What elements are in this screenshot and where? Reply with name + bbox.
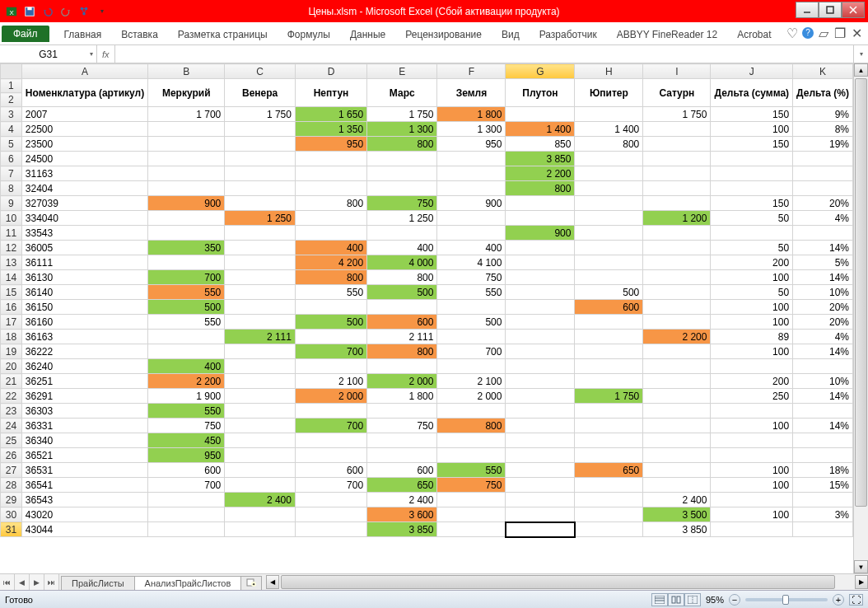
sheet-tab-1[interactable]: АнализПрайсЛистов (134, 576, 242, 590)
cell-A26[interactable]: 36521 (21, 448, 147, 463)
cell-G14[interactable] (506, 270, 575, 285)
cell-K7[interactable] (793, 166, 853, 181)
cell-J8[interactable] (711, 181, 793, 196)
cell-K8[interactable] (793, 181, 853, 196)
cell-K10[interactable]: 4% (793, 211, 853, 226)
cell-K13[interactable]: 5% (793, 255, 853, 270)
header-cell-1[interactable]: Меркурий (148, 79, 225, 107)
cell-K29[interactable] (793, 493, 853, 507)
cell-J13[interactable]: 200 (711, 255, 793, 270)
ribbon-tab-0[interactable]: Главная (54, 26, 112, 43)
cell-A22[interactable]: 36291 (21, 389, 147, 404)
scroll-right-icon[interactable]: ▶ (855, 575, 868, 589)
sheet-nav-last-icon[interactable]: ⏭ (44, 574, 59, 590)
cell-F12[interactable]: 400 (437, 241, 506, 255)
cell-A20[interactable]: 36240 (21, 359, 147, 374)
cell-E19[interactable]: 800 (367, 344, 437, 359)
cell-F7[interactable] (437, 166, 506, 181)
cell-D5[interactable]: 950 (295, 137, 366, 152)
page-layout-view-icon[interactable] (668, 593, 684, 606)
cell-G3[interactable] (506, 107, 575, 122)
scroll-up-icon[interactable]: ▲ (854, 63, 868, 77)
row-header-19[interactable]: 19 (1, 344, 22, 359)
row-header-3[interactable]: 3 (1, 107, 22, 122)
minimize-ribbon-icon[interactable]: ▱ (817, 27, 830, 40)
cell-I19[interactable] (643, 344, 711, 359)
cell-A9[interactable]: 327039 (21, 196, 147, 211)
cell-I26[interactable] (643, 448, 711, 463)
ribbon-tab-4[interactable]: Данные (340, 26, 395, 43)
cell-E26[interactable] (367, 448, 437, 463)
cell-B21[interactable]: 2 200 (148, 374, 225, 389)
cell-D14[interactable]: 800 (295, 270, 366, 285)
cell-B8[interactable] (148, 181, 225, 196)
cell-A15[interactable]: 36140 (21, 285, 147, 300)
cell-B23[interactable]: 550 (148, 404, 225, 419)
row-header-17[interactable]: 17 (1, 315, 22, 330)
cell-D18[interactable] (295, 330, 366, 344)
row-header-15[interactable]: 15 (1, 285, 22, 300)
cell-H18[interactable] (575, 330, 643, 344)
cell-K11[interactable] (793, 226, 853, 241)
cell-K24[interactable]: 14% (793, 419, 853, 433)
row-header-23[interactable]: 23 (1, 404, 22, 419)
cell-E31[interactable]: 3 850 (367, 522, 437, 537)
cell-G20[interactable] (506, 359, 575, 374)
cell-I30[interactable]: 3 500 (643, 507, 711, 522)
cell-E28[interactable]: 650 (367, 478, 437, 493)
cell-I17[interactable] (643, 315, 711, 330)
formula-input[interactable] (115, 45, 853, 63)
cell-F23[interactable] (437, 404, 506, 419)
cell-H20[interactable] (575, 359, 643, 374)
cell-E13[interactable]: 4 000 (367, 255, 437, 270)
cell-K26[interactable] (793, 448, 853, 463)
cell-D31[interactable] (295, 522, 366, 537)
cell-H31[interactable] (575, 522, 643, 537)
cell-A27[interactable]: 36531 (21, 463, 147, 478)
close-workbook-icon[interactable]: ✕ (850, 27, 863, 40)
cell-F27[interactable]: 550 (437, 463, 506, 478)
cell-C31[interactable] (225, 522, 296, 537)
header-cell-5[interactable]: Земля (437, 79, 506, 107)
zoom-in-icon[interactable]: + (833, 594, 844, 606)
cell-D21[interactable]: 2 100 (295, 374, 366, 389)
row-header-4[interactable]: 4 (1, 122, 22, 137)
cell-F28[interactable]: 750 (437, 478, 506, 493)
cell-E24[interactable]: 750 (367, 419, 437, 433)
cell-A10[interactable]: 334040 (21, 211, 147, 226)
cell-B4[interactable] (148, 122, 225, 137)
cell-C28[interactable] (225, 478, 296, 493)
cell-D12[interactable]: 400 (295, 241, 366, 255)
cell-H15[interactable]: 500 (575, 285, 643, 300)
row-header-7[interactable]: 7 (1, 166, 22, 181)
row-header-1[interactable]: 1 (1, 79, 22, 93)
cell-H24[interactable] (575, 419, 643, 433)
new-sheet-icon[interactable]: ✦ (240, 576, 262, 590)
sheet-nav-next-icon[interactable]: ▶ (30, 574, 44, 590)
cell-C3[interactable]: 1 750 (225, 107, 296, 122)
cell-D3[interactable]: 1 650 (295, 107, 366, 122)
cell-K30[interactable]: 3% (793, 507, 853, 522)
cell-B18[interactable] (148, 330, 225, 344)
cell-C16[interactable] (225, 300, 296, 315)
cell-E16[interactable] (367, 300, 437, 315)
cell-D17[interactable]: 500 (295, 315, 366, 330)
help-heart-icon[interactable]: ♡ (786, 27, 799, 40)
col-header-C[interactable]: C (225, 64, 296, 79)
row-header-25[interactable]: 25 (1, 433, 22, 448)
cell-G9[interactable] (506, 196, 575, 211)
cell-K15[interactable]: 10% (793, 285, 853, 300)
cell-J9[interactable]: 150 (711, 196, 793, 211)
cell-I28[interactable] (643, 478, 711, 493)
cell-K23[interactable] (793, 404, 853, 419)
cell-B24[interactable]: 750 (148, 419, 225, 433)
cell-H5[interactable]: 800 (575, 137, 643, 152)
row-header-13[interactable]: 13 (1, 255, 22, 270)
row-header-28[interactable]: 28 (1, 478, 22, 493)
cell-K21[interactable]: 10% (793, 374, 853, 389)
cell-I13[interactable] (643, 255, 711, 270)
cell-K4[interactable]: 8% (793, 122, 853, 137)
cell-F17[interactable]: 500 (437, 315, 506, 330)
cell-I12[interactable] (643, 241, 711, 255)
cell-A29[interactable]: 36543 (21, 493, 147, 507)
